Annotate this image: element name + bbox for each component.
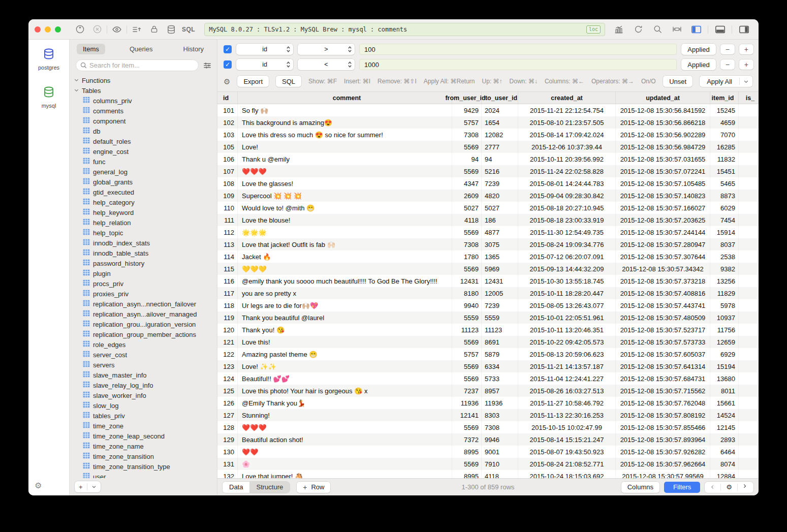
- filter-value-input[interactable]: [359, 44, 677, 55]
- table-item[interactable]: global_grants: [70, 177, 217, 187]
- table-item[interactable]: replication_grou...iguration_version: [70, 319, 217, 329]
- grid-row[interactable]: 128❤️❤️❤️556973082015-10-15 10:02:47.992…: [217, 421, 759, 433]
- connection-icon[interactable]: [71, 23, 88, 36]
- table-item[interactable]: slave_master_info: [70, 370, 217, 380]
- filters-button[interactable]: Filters: [664, 482, 700, 493]
- column-header-to_user_id[interactable]: to_user_id: [482, 92, 518, 104]
- table-item[interactable]: tables_priv: [70, 411, 217, 421]
- table-item[interactable]: time_zone: [70, 421, 217, 431]
- table-item[interactable]: default_roles: [70, 136, 217, 146]
- grid-row[interactable]: 101So fly 🙌🏼942920242015-11-21 22:12:54.…: [217, 104, 759, 116]
- grid-row[interactable]: 125Love this photo! Your hair is gorgeou…: [217, 385, 759, 397]
- remove-filter-button[interactable]: −: [720, 59, 735, 70]
- grid-body[interactable]: 101So fly 🙌🏼942920242015-11-21 22:12:54.…: [217, 104, 759, 478]
- filter-checkbox[interactable]: ✓: [224, 45, 232, 53]
- grid-row[interactable]: 109Supercool 💥 💥 💥260948202015-09-04 09:…: [217, 190, 759, 202]
- table-item[interactable]: help_category: [70, 197, 217, 207]
- grid-row[interactable]: 117you are so pretty x8180120052015-10-1…: [217, 287, 759, 299]
- add-filter-button[interactable]: +: [739, 59, 753, 70]
- grid-row[interactable]: 131🌸556979102015-08-24 21:08:52.7712015-…: [217, 458, 759, 470]
- table-item[interactable]: server_cost: [70, 350, 217, 360]
- column-header-from_user_id[interactable]: from_user_id: [452, 92, 482, 104]
- column-header-updated_at[interactable]: updated_at: [616, 92, 710, 104]
- tab-queries[interactable]: Queries: [123, 44, 159, 54]
- page-settings-gear-icon[interactable]: ⚙: [721, 483, 737, 491]
- filter-operator-select[interactable]: >: [298, 44, 355, 55]
- sql-editor-button[interactable]: SQL: [182, 26, 195, 33]
- filter-checkbox[interactable]: ✓: [224, 60, 232, 69]
- table-item[interactable]: db: [70, 126, 217, 136]
- unset-button[interactable]: Unset: [663, 76, 692, 87]
- table-item[interactable]: component: [70, 116, 217, 126]
- column-header-comment[interactable]: comment: [238, 92, 452, 104]
- grid-row[interactable]: 105Love!556927772015-12-06 10:37:39.4420…: [217, 141, 759, 153]
- table-item[interactable]: password_history: [70, 258, 217, 268]
- grid-row[interactable]: 121Love this!556986912015-10-22 09:42:05…: [217, 336, 759, 348]
- grid-row[interactable]: 132Love that jumper! 🐴899541182015-10-24…: [217, 470, 759, 478]
- filter-column-select[interactable]: id: [236, 44, 293, 55]
- table-item[interactable]: time_zone_transition_type: [70, 461, 217, 472]
- table-item[interactable]: columns_priv: [70, 96, 217, 106]
- remove-filter-button[interactable]: −: [720, 44, 735, 54]
- table-item[interactable]: role_edges: [70, 339, 217, 350]
- filter-value-input[interactable]: [359, 59, 677, 70]
- grid-row[interactable]: 120Thank you! 😘11123111232015-10-11 13:2…: [217, 324, 759, 336]
- grid-row[interactable]: 126@Emily Thank you💃11936119362015-11-27…: [217, 397, 759, 409]
- table-item[interactable]: servers: [70, 360, 217, 370]
- connection-mysql[interactable]: mysql: [38, 86, 59, 109]
- table-item[interactable]: help_keyword: [70, 207, 217, 217]
- grid-row[interactable]: 130❤️❤️899590012015-08-07 19:43:50.92320…: [217, 446, 759, 458]
- table-item[interactable]: help_topic: [70, 228, 217, 238]
- column-header-is[interactable]: is_: [739, 92, 759, 104]
- grid-row[interactable]: 115💛💛💛556959692015-09-13 14:44:32.209201…: [217, 263, 759, 275]
- add-item-button[interactable]: +: [75, 481, 87, 492]
- search-input[interactable]: [76, 59, 199, 71]
- table-item[interactable]: gtid_executed: [70, 187, 217, 197]
- eye-icon[interactable]: [108, 23, 125, 36]
- tab-structure[interactable]: Structure: [249, 482, 290, 493]
- table-item[interactable]: proxies_priv: [70, 289, 217, 299]
- search-icon[interactable]: [649, 23, 666, 36]
- app-settings-gear-icon[interactable]: ⚙: [35, 481, 42, 490]
- grid-row[interactable]: 118Ur legs are to die for🙌🏼💖994072392015…: [217, 299, 759, 311]
- log-icon[interactable]: [128, 23, 145, 36]
- filter-operator-select[interactable]: <: [298, 59, 355, 70]
- tab-data[interactable]: Data: [223, 482, 249, 493]
- grid-row[interactable]: 123Love! ✨✨556963342015-11-21 14:13:57.1…: [217, 360, 759, 372]
- table-item[interactable]: user: [70, 472, 217, 478]
- grid-row[interactable]: 127Stunning!1214183032015-11-13 22:30:16…: [217, 409, 759, 421]
- table-item[interactable]: func: [70, 157, 217, 167]
- database-icon[interactable]: [163, 23, 180, 36]
- table-item[interactable]: replication_group_member_actions: [70, 329, 217, 339]
- grid-row[interactable]: 102This background is amazing😍5757165420…: [217, 116, 759, 129]
- table-item[interactable]: general_log: [70, 167, 217, 177]
- filter-settings-icon[interactable]: [203, 61, 212, 70]
- add-row-button[interactable]: + Row: [297, 482, 330, 493]
- table-item[interactable]: comments: [70, 106, 217, 116]
- minimize-window-button[interactable]: [45, 26, 51, 33]
- table-item[interactable]: innodb_index_stats: [70, 238, 217, 248]
- toggle-right-panel-icon[interactable]: [735, 23, 752, 36]
- table-item[interactable]: slow_log: [70, 400, 217, 411]
- grid-row[interactable]: 108Love the glasses!434772392015-08-01 1…: [217, 177, 759, 190]
- grid-row[interactable]: 116@emily thank you soooo much beautiful…: [217, 275, 759, 287]
- close-window-button[interactable]: [35, 26, 41, 33]
- group-tables[interactable]: Tables: [70, 85, 217, 96]
- grid-row[interactable]: 114Jacket 🔥178013652015-07-12 06:20:07.0…: [217, 251, 759, 263]
- zoom-window-button[interactable]: [55, 26, 61, 33]
- table-item[interactable]: procs_priv: [70, 278, 217, 289]
- fit-columns-icon[interactable]: [668, 23, 685, 36]
- apply-all-menu-button[interactable]: [740, 79, 752, 84]
- stats-chart-icon[interactable]: [610, 23, 627, 36]
- disconnect-icon[interactable]: [88, 23, 106, 36]
- filter-applied-button[interactable]: Applied: [681, 59, 715, 70]
- grid-row[interactable]: 119Thank you beautiful @laurel5559555920…: [217, 311, 759, 324]
- table-item[interactable]: plugin: [70, 268, 217, 278]
- export-button[interactable]: Export: [237, 76, 269, 87]
- grid-row[interactable]: 129Beautiful action shot!737299462015-08…: [217, 433, 759, 446]
- grid-row[interactable]: 122Amazing pastel theme 😁575758792015-08…: [217, 348, 759, 360]
- column-header-item_id[interactable]: item_id: [710, 92, 739, 104]
- table-item[interactable]: slave_worker_info: [70, 390, 217, 400]
- columns-button[interactable]: Columns: [621, 482, 659, 493]
- filter-column-select[interactable]: id: [236, 59, 293, 70]
